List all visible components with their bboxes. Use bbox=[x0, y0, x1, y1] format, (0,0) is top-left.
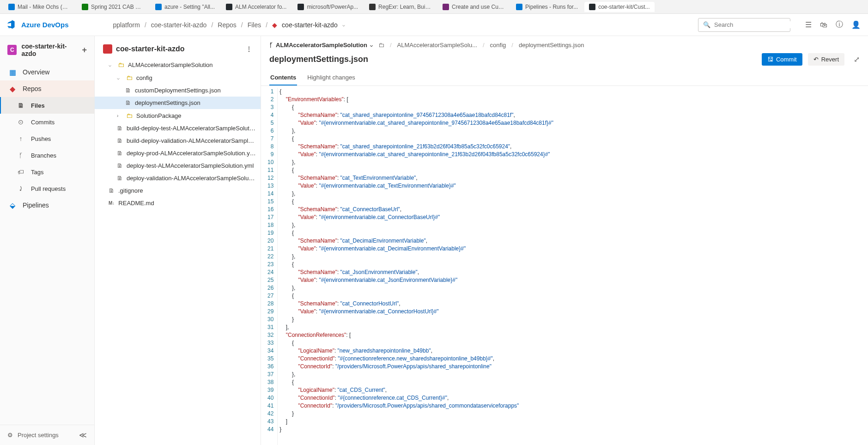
folder-icon[interactable]: 🗀 bbox=[378, 42, 384, 49]
nav-sub-icon: 🗎 bbox=[17, 101, 25, 110]
browser-tab[interactable]: coe-starter-kit/Cust... bbox=[584, 2, 654, 12]
bc-org[interactable]: pplatform bbox=[113, 21, 140, 29]
tree-folder[interactable]: ⌵ 🗀 config bbox=[95, 71, 261, 84]
commit-button[interactable]: 🖫 Commit bbox=[762, 53, 802, 66]
chevron-right-icon: › bbox=[117, 113, 122, 118]
product-name: Azure DevOps bbox=[21, 21, 69, 29]
browser-tab[interactable]: azure - Setting "All... bbox=[151, 2, 219, 12]
browser-tab[interactable]: Spring 2021 CAB Se... bbox=[77, 2, 149, 12]
nav-sub-branches[interactable]: ᚶBranches bbox=[0, 147, 94, 164]
tab-highlight-changes[interactable]: Highlight changes bbox=[306, 70, 356, 85]
search-icon: 🔍 bbox=[703, 21, 710, 28]
repos-icon: ◆ bbox=[8, 85, 17, 93]
tree-folder[interactable]: ⌵ 🗀 ALMAcceleratorSampleSolution bbox=[95, 58, 261, 71]
tree-file-selected[interactable]: 🗎 deploymentSettings.json bbox=[95, 97, 261, 109]
new-item-button[interactable]: + bbox=[82, 45, 87, 55]
tree-file[interactable]: 🗎deploy-test-ALMAcceleratorSampleSolutio… bbox=[95, 159, 261, 172]
tree-file[interactable]: 🗎build-deploy-test-ALMAcceleratorSampleS… bbox=[95, 122, 261, 134]
project-settings[interactable]: ⚙ Project settings ≪ bbox=[0, 425, 94, 445]
file-tree: coe-starter-kit-azdo ⋮ ⌵ 🗀 ALMAccelerato… bbox=[95, 36, 261, 445]
folder-icon: 🗀 bbox=[126, 112, 133, 119]
nav-sub-tags[interactable]: 🏷Tags bbox=[0, 164, 94, 180]
save-icon: 🖫 bbox=[767, 56, 773, 63]
code-editor[interactable]: 1234567891011121314151617181920212223242… bbox=[261, 86, 868, 445]
browser-tab[interactable]: microsoft/PowerAp... bbox=[293, 2, 363, 12]
file-tabs: Contents Highlight changes bbox=[261, 67, 868, 86]
folder-icon: 🗀 bbox=[118, 61, 124, 68]
collapse-nav-icon[interactable]: ≪ bbox=[79, 431, 87, 439]
search-input[interactable] bbox=[714, 21, 792, 28]
person-settings-icon[interactable]: 👤 bbox=[851, 20, 861, 29]
ado-logo[interactable]: Azure DevOps bbox=[7, 20, 69, 30]
folder-icon: 🗀 bbox=[126, 74, 133, 81]
azure-devops-icon bbox=[7, 20, 18, 30]
file-icon: 🗎 bbox=[109, 187, 115, 194]
tab-contents[interactable]: Contents bbox=[269, 70, 297, 85]
shopping-bag-icon[interactable]: 🛍 bbox=[820, 21, 827, 29]
bc-repo[interactable]: coe-starter-kit-azdo bbox=[282, 21, 338, 29]
nav-sub-pushes[interactable]: ↑Pushes bbox=[0, 130, 94, 147]
browser-tab[interactable]: RegExr: Learn, Build... bbox=[364, 2, 436, 12]
search-box[interactable]: 🔍 bbox=[698, 18, 790, 32]
list-icon[interactable]: ☰ bbox=[805, 20, 812, 29]
browser-tab[interactable]: Create and use Cus... bbox=[438, 2, 510, 12]
undo-icon: ↶ bbox=[813, 56, 819, 63]
branch-selector[interactable]: ᚶ ALMAcceleratorSampleSolution ⌵ bbox=[269, 42, 373, 49]
repo-selector[interactable]: coe-starter-kit-azdo ⋮ bbox=[95, 40, 261, 58]
browser-tab[interactable]: Mail - Mike Ochs (C... bbox=[4, 2, 75, 12]
file-icon: 🗎 bbox=[117, 162, 123, 169]
branch-icon: ᚶ bbox=[269, 42, 273, 49]
revert-button[interactable]: ↶ Revert bbox=[808, 53, 844, 66]
bc-sub[interactable]: Files bbox=[248, 21, 261, 29]
nav-sub-icon: ⤸ bbox=[17, 184, 25, 193]
nav-overview[interactable]: ▦ Overview bbox=[0, 64, 94, 80]
bc-path[interactable]: deploymentSettings.json bbox=[519, 42, 584, 49]
file-icon: 🗎 bbox=[117, 175, 123, 182]
tree-file[interactable]: M↓ README.md bbox=[95, 197, 261, 209]
nav-sub-commits[interactable]: ⊙Commits bbox=[0, 114, 94, 130]
project-selector[interactable]: C coe-starter-kit-azdo + bbox=[0, 36, 94, 64]
project-name: coe-starter-kit-azdo bbox=[21, 43, 77, 57]
breadcrumbs: pplatform / coe-starter-kit-azdo / Repos… bbox=[113, 21, 345, 29]
help-icon[interactable]: ⓘ bbox=[836, 20, 843, 30]
tree-file[interactable]: 🗎deploy-prod-ALMAcceleratorSampleSolutio… bbox=[95, 147, 261, 159]
overview-icon: ▦ bbox=[8, 68, 17, 76]
chevron-down-icon: ⌵ bbox=[370, 43, 373, 48]
favicon bbox=[516, 4, 522, 10]
favicon bbox=[443, 4, 449, 10]
file-icon: 🗎 bbox=[117, 125, 123, 132]
ado-header: Azure DevOps pplatform / coe-starter-kit… bbox=[0, 14, 868, 36]
tree-file[interactable]: 🗎 .gitignore bbox=[95, 184, 261, 197]
browser-tab-strip: Mail - Mike Ochs (C...Spring 2021 CAB Se… bbox=[0, 0, 868, 14]
chevron-down-icon[interactable]: ⌵ bbox=[342, 22, 345, 27]
nav-sub-pull-requests[interactable]: ⤸Pull requests bbox=[0, 180, 94, 197]
gear-icon: ⚙ bbox=[7, 432, 13, 439]
left-nav: C coe-starter-kit-azdo + ▦ Overview ◆ Re… bbox=[0, 36, 95, 445]
favicon bbox=[226, 4, 232, 10]
fullscreen-icon[interactable]: ⤢ bbox=[854, 55, 860, 64]
bc-hub[interactable]: Repos bbox=[218, 21, 236, 29]
tree-file[interactable]: 🗎build-deploy-validation-ALMAcceleratorS… bbox=[95, 134, 261, 147]
nav-sub-icon: 🏷 bbox=[17, 168, 25, 176]
markdown-icon: M↓ bbox=[109, 201, 115, 206]
repo-more-icon[interactable]: ⋮ bbox=[246, 45, 252, 53]
tree-file[interactable]: 🗎deploy-validation-ALMAcceleratorSampleS… bbox=[95, 172, 261, 184]
tree-folder[interactable]: › 🗀 SolutionPackage bbox=[95, 109, 261, 122]
nav-pipelines[interactable]: ⬙ Pipelines bbox=[0, 197, 94, 213]
nav-repos[interactable]: ◆ Repos bbox=[0, 80, 94, 97]
project-icon: C bbox=[7, 45, 17, 55]
file-icon: 🗎 bbox=[125, 99, 131, 106]
file-icon: 🗎 bbox=[125, 87, 131, 94]
favicon bbox=[155, 4, 162, 10]
file-icon: 🗎 bbox=[117, 137, 123, 144]
pipelines-icon: ⬙ bbox=[8, 201, 17, 209]
browser-tab[interactable]: Pipelines - Runs for... bbox=[511, 2, 583, 12]
favicon bbox=[8, 4, 15, 10]
favicon bbox=[297, 4, 304, 10]
tree-file[interactable]: 🗎 customDeploymentSettings.json bbox=[95, 84, 261, 97]
bc-project[interactable]: coe-starter-kit-azdo bbox=[151, 21, 207, 29]
browser-tab[interactable]: ALM Accelerator fo... bbox=[221, 2, 291, 12]
nav-sub-files[interactable]: 🗎Files bbox=[0, 97, 94, 114]
bc-path[interactable]: config bbox=[490, 42, 506, 49]
bc-path[interactable]: ALMAcceleratorSampleSolu... bbox=[397, 42, 477, 49]
